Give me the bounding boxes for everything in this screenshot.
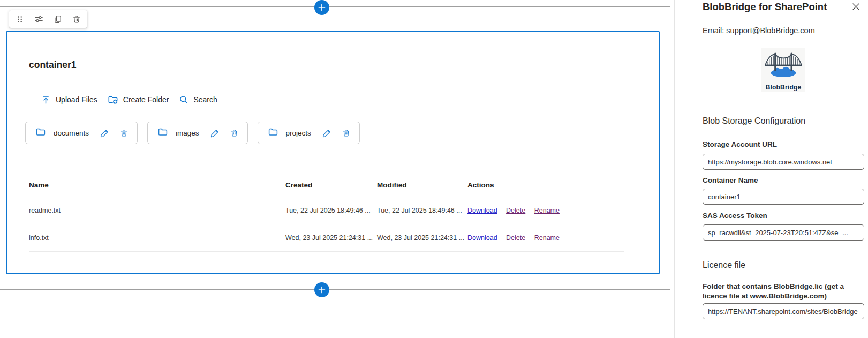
webpart-toolbar: [9, 10, 87, 28]
delete-webpart-button[interactable]: [71, 13, 82, 25]
licence-heading: Licence file: [703, 260, 745, 270]
file-table: Name Created Modified Actions readme.txt…: [29, 179, 624, 252]
edit-pencil-icon: [210, 128, 220, 138]
rename-folder-button[interactable]: [209, 127, 221, 139]
file-modified: Tue, 22 Jul 2025 18:49:46 ...: [377, 207, 467, 214]
table-row: readme.txt Tue, 22 Jul 2025 18:49:46 ...…: [29, 197, 624, 224]
container-title: container1: [29, 59, 77, 71]
storage-url-input[interactable]: [703, 154, 864, 170]
command-bar: Upload Files Create Folder: [41, 93, 217, 107]
bridge-icon: [763, 50, 804, 81]
rename-link[interactable]: Rename: [534, 234, 560, 242]
file-created: Wed, 23 Jul 2025 21:24:31 ...: [285, 234, 377, 242]
header-created: Created: [285, 181, 377, 190]
folder-list: documents: [25, 122, 360, 144]
delete-link[interactable]: Delete: [506, 234, 525, 242]
delete-link[interactable]: Delete: [506, 207, 525, 214]
header-actions: Actions: [467, 181, 624, 190]
search-button[interactable]: Search: [179, 95, 217, 104]
rename-folder-button[interactable]: [99, 127, 111, 139]
trash-icon: [119, 129, 129, 138]
add-section-button-top[interactable]: [314, 0, 329, 15]
file-name: info.txt: [29, 234, 285, 242]
rename-link[interactable]: Rename: [534, 207, 560, 214]
drag-handle-icon: [15, 14, 25, 24]
logo-wordmark: BlobBridge: [761, 84, 805, 91]
folder-icon: [268, 126, 278, 139]
header-name: Name: [29, 181, 285, 190]
delete-folder-button[interactable]: [229, 127, 240, 139]
logo-block: BlobBridge: [703, 48, 864, 92]
sas-token-label: SAS Access Token: [703, 211, 864, 221]
pane-title: BlobBridge for SharePoint: [703, 1, 827, 13]
file-name: readme.txt: [29, 207, 285, 214]
move-webpart-button[interactable]: [14, 13, 26, 25]
upload-files-label: Upload Files: [56, 95, 97, 104]
delete-folder-button[interactable]: [118, 127, 130, 139]
create-folder-icon: [108, 94, 118, 105]
section-divider-top: [0, 6, 670, 7]
file-table-header: Name Created Modified Actions: [29, 179, 624, 197]
folder-chip-images[interactable]: images: [147, 122, 248, 144]
edit-pencil-icon: [100, 128, 110, 138]
close-pane-button[interactable]: [850, 2, 861, 13]
delete-folder-button[interactable]: [341, 127, 352, 139]
storage-config-heading: Blob Storage Configuration: [703, 116, 805, 126]
upload-files-button[interactable]: Upload Files: [41, 95, 97, 105]
download-link[interactable]: Download: [467, 234, 497, 242]
duplicate-webpart-button[interactable]: [52, 13, 64, 25]
container-name-input[interactable]: [703, 189, 864, 205]
table-row: info.txt Wed, 23 Jul 2025 21:24:31 ... W…: [29, 224, 624, 252]
file-modified: Wed, 23 Jul 2025 21:24:31 ...: [377, 234, 467, 242]
plus-icon: [318, 3, 326, 12]
file-created: Tue, 22 Jul 2025 18:49:46 ...: [285, 207, 377, 214]
licence-folder-input[interactable]: [703, 303, 864, 319]
container-name-label: Container Name: [703, 176, 864, 185]
file-actions: Download Delete Rename: [467, 234, 624, 242]
section-divider-bottom: [0, 289, 670, 290]
search-icon: [179, 95, 188, 104]
header-modified: Modified: [377, 181, 467, 190]
edit-pencil-icon: [322, 128, 332, 138]
property-pane: BlobBridge for SharePoint Email: support…: [674, 0, 868, 338]
trash-icon: [230, 129, 239, 138]
edit-webpart-button[interactable]: [33, 13, 45, 25]
folder-name: images: [176, 129, 199, 137]
page: container1 Upload Files: [0, 0, 868, 338]
file-actions: Download Delete Rename: [467, 207, 624, 214]
upload-icon: [41, 95, 51, 105]
folder-chip-projects[interactable]: projects: [258, 122, 360, 144]
add-section-button-bottom[interactable]: [314, 282, 329, 297]
licence-folder-label: Folder that contains BlobBridge.lic (get…: [703, 282, 864, 301]
search-label: Search: [193, 95, 217, 104]
trash-icon: [342, 129, 351, 138]
blobbridge-logo: BlobBridge: [761, 48, 805, 92]
support-email: Email: support@BlobBridge.com: [703, 26, 815, 35]
storage-url-label: Storage Account URL: [703, 140, 864, 149]
folder-chip-documents[interactable]: documents: [25, 122, 138, 144]
folder-icon: [157, 126, 168, 139]
folder-name: projects: [286, 129, 311, 137]
download-link[interactable]: Download: [467, 207, 497, 214]
folder-name: documents: [54, 129, 89, 137]
plus-icon: [318, 286, 326, 294]
close-icon: [852, 3, 860, 12]
create-folder-button[interactable]: Create Folder: [108, 94, 169, 105]
sliders-icon: [34, 14, 44, 24]
create-folder-label: Create Folder: [123, 95, 169, 104]
trash-icon: [72, 14, 81, 24]
sas-token-input[interactable]: [703, 224, 864, 241]
copy-icon: [53, 14, 63, 24]
folder-icon: [35, 126, 46, 139]
rename-folder-button[interactable]: [321, 127, 333, 139]
webpart-container[interactable]: container1 Upload Files: [6, 31, 660, 274]
